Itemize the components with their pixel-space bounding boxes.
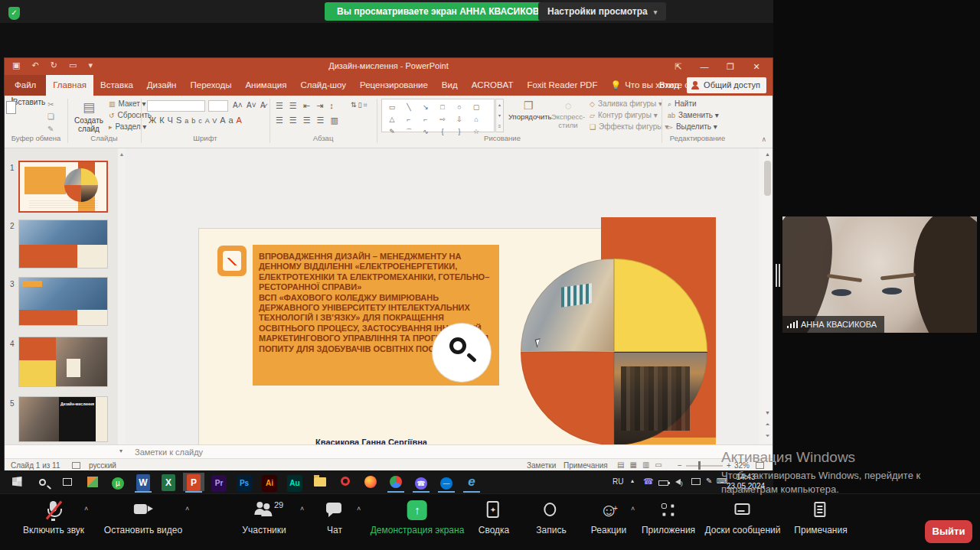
slide-scrollbar[interactable]: ▲ ▼ ⏶ ⏷ xyxy=(763,150,773,443)
slide-thumbnail-2[interactable] xyxy=(18,220,108,268)
scroll-up-icon[interactable]: ▲ xyxy=(763,151,773,157)
scroll-down-icon[interactable]: ▼ xyxy=(763,410,773,415)
list-buttons[interactable]: ☰☰⇤⇥↕ xyxy=(276,101,340,111)
chat-button[interactable]: Чат xyxy=(325,500,345,535)
taskbar-photoshop[interactable]: Ps xyxy=(234,473,255,491)
taskbar-edge[interactable]: e xyxy=(461,473,482,491)
battery-icon[interactable] xyxy=(658,479,668,487)
tab-acrobat[interactable]: ACROBAT xyxy=(465,75,521,96)
tab-transitions[interactable]: Переходы xyxy=(183,75,238,96)
slide[interactable]: ВПРОВАДЖЕННЯ ДИЗАЙН – МЕНЕДЖМЕНТУ НА ДЕН… xyxy=(198,228,696,444)
tab-animations[interactable]: Анимация xyxy=(238,75,293,96)
share-button[interactable]: Общий доступ xyxy=(687,77,766,93)
taskbar-premiere[interactable]: Pr xyxy=(208,473,230,491)
notes-button[interactable]: Примечания xyxy=(794,500,847,535)
video-options-chevron[interactable]: ˄ xyxy=(185,505,189,513)
minimize-icon[interactable]: — xyxy=(691,58,717,75)
zoom-slider-track[interactable] xyxy=(686,465,723,467)
text-direction-buttons[interactable]: ⇅▯⌗ xyxy=(351,101,369,109)
change-case-button[interactable]: Aa xyxy=(220,116,236,125)
italic-button[interactable]: К xyxy=(159,116,167,125)
new-slide-button[interactable]: ▤ Создать слайд xyxy=(72,98,106,133)
select-button[interactable]: ▻Выделить ▾ xyxy=(668,122,752,134)
underline-button[interactable]: Ч xyxy=(168,116,176,125)
participants-button[interactable]: 29 Участники xyxy=(242,500,286,535)
grow-font-button[interactable]: A˄ xyxy=(233,101,243,109)
chat-options-chevron[interactable]: ˄ xyxy=(357,505,361,513)
tab-home[interactable]: Главная xyxy=(46,75,93,96)
comments-toggle[interactable]: Примечания xyxy=(564,461,608,470)
bold-button[interactable]: Ж xyxy=(149,116,159,125)
summary-button[interactable]: ✦ Сводка xyxy=(479,500,510,535)
sign-in-button[interactable]: Вход xyxy=(659,75,679,96)
tab-insert[interactable]: Вставка xyxy=(93,75,140,96)
tab-review[interactable]: Рецензирование xyxy=(353,75,435,96)
participants-options-chevron[interactable]: ˄ xyxy=(300,505,304,513)
previous-slide-icon[interactable]: ⏶ xyxy=(763,421,773,428)
reactions-options-chevron[interactable]: ˄ xyxy=(631,505,635,513)
find-button[interactable]: ⌕Найти xyxy=(668,99,752,111)
taskbar-opera[interactable] xyxy=(335,473,356,491)
author-textbox[interactable]: Квасикова Ганна Сергіївна кандидат фізик… xyxy=(222,438,521,444)
share-screen-button[interactable]: ↑ Демонстрация экрана xyxy=(371,500,465,535)
audio-options-chevron[interactable]: ˄ xyxy=(84,505,88,513)
tab-view[interactable]: Вид xyxy=(435,75,465,96)
unmute-button[interactable]: Включить звук xyxy=(23,500,84,535)
tab-file[interactable]: Файл xyxy=(5,75,46,96)
format-painter-button[interactable]: ✎ xyxy=(47,125,56,133)
paste-button[interactable]: Вставить xyxy=(11,98,46,133)
taskbar-chrome[interactable] xyxy=(385,473,407,491)
taskbar-audition[interactable]: Au xyxy=(284,473,305,491)
whiteboards-button[interactable]: Доски сообщений xyxy=(704,500,780,535)
slide-thumbnail-4[interactable] xyxy=(18,337,108,387)
stop-video-button[interactable]: Остановить видео xyxy=(104,500,182,535)
taskbar-search[interactable] xyxy=(31,473,53,491)
notes-pane[interactable]: ▾ Заметки к слайду xyxy=(5,444,773,458)
tab-foxit[interactable]: Foxit Reader PDF xyxy=(520,75,604,96)
language-indicator[interactable]: RU xyxy=(612,477,623,486)
taskbar-illustrator[interactable]: Ai xyxy=(259,473,280,491)
align-buttons[interactable]: ☰☰☰☰▥ xyxy=(276,116,345,125)
start-button[interactable] xyxy=(6,473,28,491)
gallery-scroll-buttons[interactable]: ▴▾≡ xyxy=(495,99,504,132)
restore-icon[interactable]: ❐ xyxy=(717,58,743,75)
arrange-button[interactable]: ❒ Упорядочить xyxy=(508,98,548,133)
task-view-button[interactable] xyxy=(57,473,78,491)
char-spacing-button[interactable]: AV xyxy=(205,117,220,125)
cut-button[interactable]: ✂ xyxy=(47,100,56,109)
quick-styles-button[interactable]: ◌ Экспресс-стили xyxy=(550,98,586,133)
zoom-slider-thumb[interactable] xyxy=(698,461,701,470)
next-slide-icon[interactable]: ⏷ xyxy=(763,433,773,439)
language-indicator[interactable]: русский xyxy=(89,461,116,470)
copy-button[interactable]: ❏ xyxy=(47,112,57,121)
zoom-out-icon[interactable]: − xyxy=(678,461,682,470)
tray-chevron-icon[interactable]: ▴ xyxy=(631,477,634,484)
viber-tray-icon[interactable]: ☎ xyxy=(643,477,654,487)
replace-button[interactable]: abЗаменить ▾ xyxy=(668,111,752,122)
scroll-up-icon[interactable]: ▲ xyxy=(118,151,126,157)
taskbar-powerpoint[interactable]: P xyxy=(183,473,204,491)
taskbar-utorrent[interactable]: µ xyxy=(107,473,129,491)
shrink-font-button[interactable]: A˅ xyxy=(247,101,256,109)
font-color-button[interactable]: A xyxy=(237,116,245,125)
volume-icon[interactable]: ) xyxy=(675,478,683,487)
strikethrough-button[interactable]: abc xyxy=(185,117,205,125)
slide-thumbnail-3[interactable] xyxy=(18,277,108,326)
slide-thumbnail-5[interactable]: Дизайн-мислення xyxy=(18,396,108,442)
taskbar-blue-app[interactable]: — xyxy=(436,473,457,491)
font-size-combobox[interactable] xyxy=(208,100,228,112)
taskbar-explorer[interactable] xyxy=(309,473,331,491)
ribbon-display-options-icon[interactable]: ⇱ xyxy=(665,58,691,75)
display-icon[interactable] xyxy=(691,478,701,487)
collapse-ribbon-icon[interactable]: ∧ xyxy=(761,135,766,143)
collapse-notes-icon[interactable]: ▾ xyxy=(119,447,122,454)
shapes-gallery[interactable]: ▭╲↘□○▢△⌐⌐⇨⇩⌂✎⌒∿{}☆ xyxy=(381,99,495,132)
record-button[interactable]: Запись xyxy=(536,500,566,535)
panel-drag-handle[interactable] xyxy=(776,264,781,287)
pen-icon[interactable]: ✎ xyxy=(706,477,712,485)
notes-toggle[interactable]: Заметки xyxy=(527,461,556,470)
view-mode-buttons[interactable]: ▤▦▥▭ xyxy=(617,461,668,469)
leave-button[interactable]: Выйти xyxy=(925,520,972,543)
tab-design[interactable]: Дизайн xyxy=(140,75,184,96)
tab-slideshow[interactable]: Слайд-шоу xyxy=(293,75,353,96)
